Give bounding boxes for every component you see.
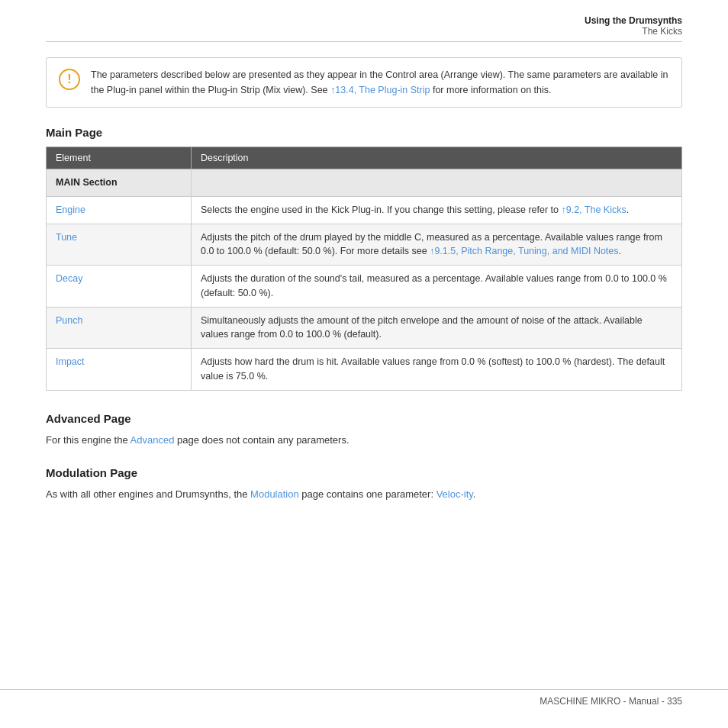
- modulation-text-after: .: [473, 488, 476, 500]
- modulation-text-middle: page contains one parameter:: [299, 488, 436, 500]
- section-label-cell: MAIN Section: [47, 169, 192, 197]
- punch-link[interactable]: Punch: [56, 315, 82, 326]
- page-header: Using the Drumsynths The Kicks: [46, 15, 682, 42]
- table-row: Tune Adjusts the pitch of the drum playe…: [47, 224, 682, 266]
- header-title: Using the Drumsynths: [46, 15, 682, 26]
- element-cell: Punch: [47, 307, 192, 349]
- element-cell: Engine: [47, 196, 192, 224]
- advanced-text-before: For this engine the: [46, 434, 130, 446]
- engine-ref-link[interactable]: ↑9.2, The Kicks: [562, 205, 627, 215]
- description-cell: Adjusts the duration of the sound's tail…: [192, 266, 682, 308]
- engine-link[interactable]: Engine: [56, 205, 85, 215]
- notice-text-after: for more information on this.: [430, 85, 551, 95]
- element-cell: Decay: [47, 266, 192, 308]
- table-header-element: Element: [47, 147, 192, 169]
- description-cell: Simultaneously adjusts the amount of the…: [192, 307, 682, 349]
- modulation-text-before: As with all other engines and Drumsynths…: [46, 488, 250, 500]
- advanced-page-text: For this engine the Advanced page does n…: [46, 433, 682, 449]
- element-cell: Tune: [47, 224, 192, 266]
- section-description-cell: [192, 169, 682, 197]
- table-row: Punch Simultaneously adjusts the amount …: [47, 307, 682, 349]
- table-row: Engine Selects the engine used in the Ki…: [47, 196, 682, 224]
- impact-link[interactable]: Impact: [56, 356, 85, 367]
- description-cell: Adjusts the pitch of the drum played by …: [192, 224, 682, 266]
- decay-link[interactable]: Decay: [56, 273, 82, 284]
- description-cell: Adjusts how hard the drum is hit. Availa…: [192, 349, 682, 391]
- modulation-page-heading: Modulation Page: [46, 466, 682, 479]
- page-footer: MASCHINE MIKRO - Manual - 335: [0, 689, 728, 713]
- footer-text: MASCHINE MIKRO - Manual - 335: [540, 696, 682, 707]
- velocity-link[interactable]: Veloc-ity: [436, 488, 473, 500]
- notice-box: ! The parameters described below are pre…: [46, 57, 682, 108]
- modulation-link[interactable]: Modulation: [250, 488, 299, 500]
- advanced-link[interactable]: Advanced: [130, 434, 175, 446]
- tune-link[interactable]: Tune: [56, 232, 77, 243]
- main-page-heading: Main Page: [46, 126, 682, 139]
- table-row: Decay Adjusts the duration of the sound'…: [47, 266, 682, 308]
- advanced-text-after: page does not contain any parameters.: [174, 434, 349, 446]
- notice-link[interactable]: ↑13.4, The Plug-in Strip: [330, 85, 430, 95]
- table-section-row: MAIN Section: [47, 169, 682, 197]
- element-cell: Impact: [47, 349, 192, 391]
- notice-text: The parameters described below are prese…: [91, 67, 669, 98]
- params-table: Element Description MAIN Section Engine …: [46, 147, 682, 391]
- warning-icon: !: [59, 69, 80, 90]
- table-row: Impact Adjusts how hard the drum is hit.…: [47, 349, 682, 391]
- modulation-page-text: As with all other engines and Drumsynths…: [46, 487, 682, 503]
- tune-ref-link[interactable]: ↑9.1.5, Pitch Range, Tuning, and MIDI No…: [430, 246, 618, 256]
- advanced-page-heading: Advanced Page: [46, 412, 682, 425]
- header-subtitle: The Kicks: [46, 26, 682, 37]
- description-cell: Selects the engine used in the Kick Plug…: [192, 196, 682, 224]
- table-header-description: Description: [192, 147, 682, 169]
- page-container: Using the Drumsynths The Kicks ! The par…: [0, 0, 728, 728]
